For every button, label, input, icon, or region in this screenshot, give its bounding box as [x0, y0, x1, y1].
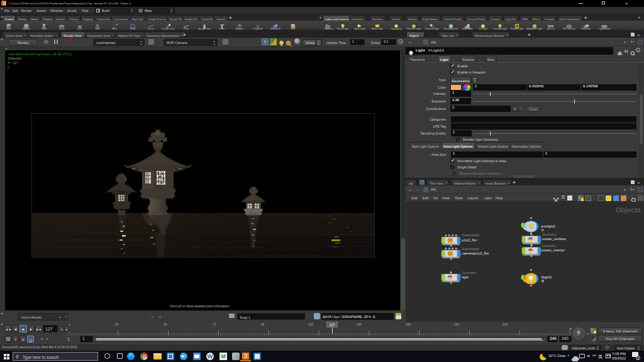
svg-text:camerap1c2_fbx: camerap1c2_fbx — [462, 251, 489, 255]
svg-text:ocean_interior: ocean_interior — [541, 248, 565, 252]
svg-text:envlight1: envlight1 — [541, 224, 555, 228]
svg-text:Geometry: Geometry — [542, 233, 557, 236]
svg-text:light: light — [462, 275, 469, 279]
svg-text:Geometry: Geometry — [462, 271, 477, 275]
svg-text:ocean_surface: ocean_surface — [542, 237, 566, 241]
svg-text:Geometry: Geometry — [541, 244, 556, 248]
svg-text:Subnetwork: Subnetwork — [462, 247, 480, 251]
svg-text:Subnetwork: Subnetwork — [462, 233, 480, 237]
svg-text:p1c2_fbx: p1c2_fbx — [462, 238, 477, 242]
svg-text:Objects: Objects — [616, 206, 641, 214]
svg-text:hlight1: hlight1 — [541, 275, 552, 279]
